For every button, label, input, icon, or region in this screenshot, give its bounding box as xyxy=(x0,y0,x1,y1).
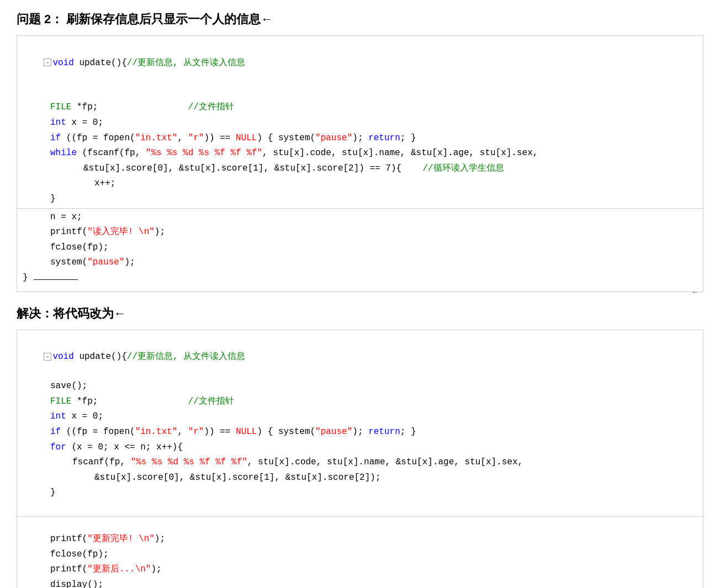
code-line: } xyxy=(17,192,703,207)
code-line: printf(″更新完毕! \n″); xyxy=(17,532,703,547)
section-title-2: 解决：将代码改为← xyxy=(17,305,703,322)
code-line: printf(″读入完毕! \n″); xyxy=(17,225,703,240)
code-line: } xyxy=(17,485,703,501)
section-title-1: 问题 2： 刷新保存信息后只显示一个人的信息← xyxy=(17,11,703,28)
code-line: if ((fp = fopen(″in.txt″, ″r″)) == NULL)… xyxy=(17,131,703,146)
code-line: fclose(fp); xyxy=(17,547,703,563)
collapse-icon[interactable]: - xyxy=(44,59,51,66)
code-line: } xyxy=(17,271,703,286)
code-line: &stu[x].score[0], &stu[x].score[1], &stu… xyxy=(17,161,703,177)
code-line: FILE *fp; //文件指针 xyxy=(17,394,703,410)
code-block-2: -void update(){//更新信息, 从文件读入信息 save(); F… xyxy=(17,330,703,589)
separator-2 xyxy=(17,516,703,517)
code-line: system(″pause″); xyxy=(17,255,703,271)
code-line: display(); xyxy=(17,578,703,588)
code-line xyxy=(17,85,703,100)
code-line: fscanf(fp, ″%s %s %d %s %f %f %f″, stu[x… xyxy=(17,455,703,470)
code-line: for (x = 0; x <= n; x++){ xyxy=(17,440,703,455)
empty-line xyxy=(17,501,703,515)
collapse-icon-2[interactable]: - xyxy=(44,353,51,361)
code-line: &stu[x].score[0], &stu[x].score[1], &stu… xyxy=(17,470,703,486)
separator xyxy=(17,208,703,209)
code-line: fclose(fp); xyxy=(17,240,703,256)
code-line: -void update(){//更新信息, 从文件读入信息 xyxy=(17,41,703,85)
code-block-1: -void update(){//更新信息, 从文件读入信息 FILE *fp;… xyxy=(17,35,703,292)
code-line: save(); xyxy=(17,379,703,394)
empty-line xyxy=(17,518,703,532)
code-line: int x = 0; xyxy=(17,409,703,425)
code-line: x++; xyxy=(17,176,703,192)
code-line: FILE *fp; //文件指针 xyxy=(17,100,703,115)
code-line: n = x; xyxy=(17,210,703,225)
code-line: printf(″更新后...\n″); xyxy=(17,562,703,578)
code-line: -void update(){//更新信息, 从文件读入信息 xyxy=(17,336,703,379)
code-line: while (fscanf(fp, ″%s %s %d %s %f %f %f″… xyxy=(17,146,703,161)
code-line: if ((fp = fopen(″in.txt″, ″r″)) == NULL)… xyxy=(17,425,703,440)
return-arrow-1: ← xyxy=(693,286,697,298)
code-line: int x = 0; xyxy=(17,115,703,131)
